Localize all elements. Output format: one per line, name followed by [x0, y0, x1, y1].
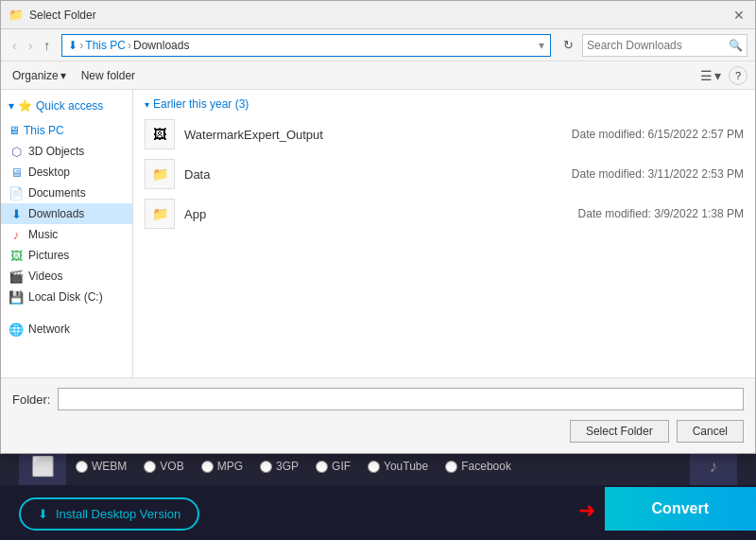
address-thispc-link[interactable]: This PC — [85, 39, 126, 52]
file-name-data: Data — [184, 167, 562, 182]
sidebar-item-network[interactable]: 🌐 Network — [1, 319, 132, 340]
folder-input[interactable] — [58, 388, 744, 410]
organize-button[interactable]: Organize ▾ — [9, 67, 70, 84]
sidebar-item-music[interactable]: ♪ Music — [1, 224, 132, 245]
format-3gp[interactable]: 3GP — [260, 460, 299, 473]
format-youtube-label: YouTube — [384, 460, 428, 473]
file-name-watermark: WatermarkExpert_Output — [184, 128, 562, 142]
forward-button[interactable]: › — [25, 36, 37, 55]
format-mpg-label: MPG — [217, 460, 243, 473]
help-button[interactable]: ? — [729, 66, 747, 85]
format-mpg[interactable]: MPG — [201, 460, 243, 473]
sidebar-item-downloads[interactable]: ⬇ Downloads — [1, 203, 132, 224]
address-bar[interactable]: ⬇ › This PC › Downloads ▾ — [61, 34, 551, 57]
organize-label: Organize — [12, 69, 59, 82]
view-icon: ☰ — [700, 68, 713, 83]
install-desktop-button[interactable]: ⬇ Install Desktop Version — [19, 497, 199, 531]
folder-row: Folder: — [12, 388, 744, 410]
up-button[interactable]: ↑ — [40, 36, 54, 55]
pictures-icon: 🖼 — [9, 248, 24, 263]
sidebar-item-videos[interactable]: 🎬 Videos — [1, 266, 132, 287]
thispc-icon: 🖥 — [9, 124, 20, 137]
refresh-button[interactable]: ↻ — [558, 36, 578, 54]
section-label: Earlier this year (3) — [153, 97, 249, 111]
main-content: ▾ ⭐ Quick access 🖥 This PC ⬡ 3D Objects … — [1, 90, 755, 377]
file-row-watermark[interactable]: 🖼 WatermarkExpert_Output Date modified: … — [133, 114, 755, 154]
music-icon: ♪ — [9, 227, 24, 242]
format-gif-label: GIF — [332, 460, 351, 473]
convert-button-label: Convert — [652, 500, 709, 517]
navigation-toolbar: ‹ › ↑ ⬇ › This PC › Downloads ▾ ↻ 🔍 — [1, 29, 755, 61]
address-downloads-icon[interactable]: ⬇ — [68, 39, 77, 52]
search-input[interactable] — [587, 39, 729, 52]
organize-dropdown-icon: ▾ — [60, 69, 66, 82]
file-date-data: Date modified: 3/11/2022 2:53 PM — [572, 167, 744, 181]
sidebar-item-documents-label: Documents — [28, 186, 86, 200]
footer-buttons: Select Folder Cancel — [12, 420, 744, 443]
sidebar-item-network-label: Network — [28, 322, 70, 336]
help-icon: ? — [735, 70, 741, 81]
format-vob[interactable]: VOB — [144, 460, 183, 473]
format-facebook-label: Facebook — [461, 460, 511, 473]
cancel-button-label: Cancel — [693, 425, 728, 438]
format-webm[interactable]: WEBM — [76, 460, 127, 473]
file-thumb-app: 📁 — [145, 199, 175, 229]
cancel-button[interactable]: Cancel — [677, 420, 744, 443]
file-thumb-icon-app: 📁 — [152, 206, 168, 221]
format-gif[interactable]: GIF — [316, 460, 351, 473]
format-webm-label: WEBM — [92, 460, 127, 473]
address-separator-2: › — [128, 39, 131, 52]
network-icon: 🌐 — [9, 322, 24, 337]
select-folder-button[interactable]: Select Folder — [570, 420, 669, 443]
dialog-title-bar: 📁 Select Folder ✕ — [1, 1, 755, 29]
back-button[interactable]: ‹ — [9, 36, 21, 55]
network-section: 🌐 Network — [1, 319, 132, 340]
search-box[interactable]: 🔍 — [582, 34, 747, 57]
file-thumb-watermark: 🖼 — [145, 119, 175, 149]
file-date-label-watermark: Date modified: — [572, 128, 644, 141]
documents-icon: 📄 — [9, 185, 24, 200]
file-thumb-icon-watermark: 🖼 — [153, 127, 166, 142]
sidebar-item-3dobjects[interactable]: ⬡ 3D Objects — [1, 141, 132, 162]
file-date-label-app: Date modified: — [578, 207, 651, 220]
address-separator-1: › — [79, 39, 83, 52]
sidebar-item-documents[interactable]: 📄 Documents — [1, 183, 132, 203]
new-folder-label: New folder — [81, 69, 135, 82]
file-date-app: Date modified: 3/9/2022 1:38 PM — [578, 207, 744, 220]
address-current-folder: Downloads — [133, 39, 189, 52]
file-date-value-watermark: 6/15/2022 2:57 PM — [648, 128, 744, 141]
format-facebook[interactable]: Facebook — [445, 460, 511, 473]
thispc-heading[interactable]: 🖥 This PC — [1, 120, 132, 141]
view-dropdown-icon: ▾ — [714, 68, 721, 83]
quick-access-icon: ⭐ — [18, 99, 32, 113]
file-date-watermark: Date modified: 6/15/2022 2:57 PM — [572, 128, 744, 141]
organize-toolbar: Organize ▾ New folder ☰ ▾ ? — [1, 61, 755, 90]
sidebar-item-pictures-label: Pictures — [28, 249, 69, 262]
desktop-icon: 🖥 — [9, 165, 24, 180]
sidebar-item-desktop[interactable]: 🖥 Desktop — [1, 162, 132, 183]
file-list: ▾ Earlier this year (3) 🖼 WatermarkExper… — [133, 90, 755, 377]
file-row-data[interactable]: 📁 Data Date modified: 3/11/2022 2:53 PM — [133, 154, 755, 194]
section-header[interactable]: ▾ Earlier this year (3) — [133, 94, 755, 114]
localdisk-icon: 💾 — [9, 289, 24, 305]
file-row-app[interactable]: 📁 App Date modified: 3/9/2022 1:38 PM — [133, 194, 755, 234]
sidebar-item-downloads-label: Downloads — [28, 207, 84, 220]
format-radio-group: WEBM VOB MPG 3GP GIF YouTube Facebook — [76, 460, 511, 473]
sidebar-item-localdisk-label: Local Disk (C:) — [28, 290, 103, 304]
sidebar-item-pictures[interactable]: 🖼 Pictures — [1, 245, 132, 266]
3dobjects-icon: ⬡ — [9, 144, 24, 159]
sidebar-item-localdisk[interactable]: 💾 Local Disk (C:) — [1, 287, 132, 307]
format-youtube[interactable]: YouTube — [368, 460, 428, 473]
convert-button[interactable]: Convert — [605, 487, 756, 531]
address-dropdown-icon[interactable]: ▾ — [539, 39, 544, 52]
close-button[interactable]: ✕ — [730, 7, 747, 24]
file-date-value-data: 3/11/2022 2:53 PM — [648, 167, 744, 181]
quick-access-heading[interactable]: ▾ ⭐ Quick access — [1, 96, 132, 116]
file-date-label-data: Date modified: — [572, 167, 644, 181]
sidebar-item-music-label: Music — [28, 228, 58, 241]
new-folder-button[interactable]: New folder — [77, 67, 139, 84]
quick-access-label: Quick access — [36, 99, 103, 113]
select-folder-button-label: Select Folder — [586, 425, 653, 438]
view-options[interactable]: ☰ ▾ — [700, 68, 721, 83]
folder-label: Folder: — [12, 392, 50, 407]
